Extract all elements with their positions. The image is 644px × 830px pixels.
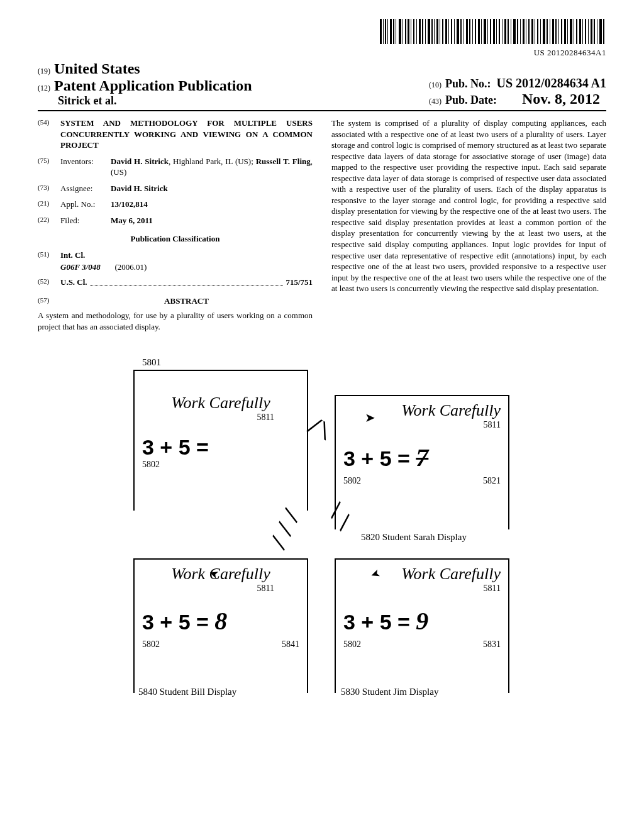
filed-label: Filed: — [60, 215, 111, 226]
uscl-code: (52) — [38, 277, 60, 288]
script-text-bl: Work Carefully — [142, 565, 299, 584]
arrow-to-bill: ╱ ╱ ╱ — [269, 508, 300, 550]
arrowhead-sarah: ➤ — [365, 410, 375, 425]
svg-rect-23 — [445, 19, 447, 44]
ref-5802-tl: 5802 — [142, 460, 299, 470]
svg-rect-56 — [543, 19, 545, 44]
svg-rect-50 — [526, 19, 526, 44]
svg-rect-52 — [531, 19, 533, 44]
country-code: (19) — [38, 67, 50, 75]
inventors-label: Inventors: — [60, 156, 111, 178]
svg-rect-42 — [502, 19, 502, 44]
svg-rect-13 — [416, 19, 417, 44]
svg-rect-70 — [585, 19, 586, 44]
applno-code: (21) — [38, 199, 60, 210]
inventors-value: David H. Sitrick, Highland Park, IL (US)… — [111, 156, 313, 178]
pub-date-code: (43) — [429, 97, 441, 106]
svg-rect-47 — [517, 19, 518, 44]
abstract-heading: ABSTRACT — [60, 296, 313, 307]
svg-rect-20 — [436, 19, 438, 44]
svg-rect-41 — [499, 19, 500, 44]
dots-leader — [90, 277, 284, 286]
svg-rect-22 — [442, 19, 443, 44]
assignee-code: (73) — [38, 183, 60, 194]
intcl-code: (51) — [38, 250, 60, 261]
intcl-date: (2006.01) — [114, 262, 147, 272]
ref-5830: 5830 Student Jim Display — [341, 687, 438, 697]
equation-tr: 3 + 5 = 7 — [343, 443, 501, 472]
svg-rect-0 — [380, 19, 382, 44]
svg-rect-62 — [561, 19, 562, 44]
svg-rect-65 — [570, 19, 572, 44]
inventors-code: (75) — [38, 156, 60, 178]
abstract-code: (57) — [38, 296, 60, 307]
country: United States — [54, 60, 140, 77]
svg-rect-63 — [564, 19, 566, 44]
svg-rect-44 — [508, 19, 509, 44]
intcl-label: Int. Cl. — [60, 250, 85, 261]
svg-rect-67 — [576, 19, 577, 44]
svg-rect-24 — [448, 19, 449, 44]
svg-rect-51 — [528, 19, 530, 44]
svg-rect-61 — [558, 19, 559, 44]
svg-rect-53 — [535, 19, 535, 44]
svg-rect-60 — [555, 19, 557, 44]
svg-rect-18 — [431, 19, 433, 44]
applno-value: 13/102,814 — [111, 199, 313, 210]
svg-rect-27 — [457, 19, 459, 44]
sarah-display-box: Work Carefully 5811 3 + 5 = 7 58025821 — [335, 395, 509, 529]
barcode-text: US 20120284634A1 — [38, 48, 606, 58]
answer-9: 9 — [416, 607, 428, 635]
svg-rect-59 — [552, 19, 554, 44]
svg-rect-38 — [490, 19, 491, 44]
ref-5811-br: 5811 — [343, 584, 501, 594]
svg-rect-46 — [513, 19, 516, 44]
ref-5811-tl: 5811 — [142, 412, 299, 423]
svg-rect-69 — [582, 19, 583, 44]
equation-tl: 3 + 5 = — [142, 435, 299, 460]
ref-5811-bl: 5811 — [142, 584, 299, 594]
svg-rect-3 — [387, 19, 388, 44]
svg-rect-76 — [603, 19, 604, 44]
svg-rect-8 — [402, 19, 403, 44]
svg-rect-25 — [451, 19, 452, 44]
svg-rect-5 — [393, 19, 394, 44]
right-column: The system is comprised of a plurality o… — [331, 118, 606, 332]
svg-rect-21 — [440, 19, 440, 44]
script-text-br: Work Carefully — [343, 565, 501, 584]
svg-rect-1 — [383, 19, 384, 44]
barcode-graphic — [380, 19, 606, 44]
ref-5802-tr: 5802 — [343, 476, 361, 486]
svg-rect-4 — [390, 19, 392, 44]
svg-rect-71 — [588, 19, 589, 44]
svg-rect-31 — [469, 19, 470, 44]
equation-bl: 3 + 5 = 8 — [142, 606, 299, 636]
ref-5801: 5801 — [142, 357, 161, 368]
doc-type-code: (12) — [38, 84, 50, 92]
ref-5802-br: 5802 — [343, 639, 361, 650]
svg-rect-64 — [567, 19, 568, 44]
svg-rect-43 — [504, 19, 506, 44]
pub-no-label: Pub. No.: — [445, 77, 491, 90]
abstract-paragraph-1: A system and methodology, for use by a p… — [38, 310, 313, 332]
pub-date: Nov. 8, 2012 — [522, 91, 600, 107]
svg-rect-55 — [540, 19, 541, 44]
svg-rect-34 — [478, 19, 480, 44]
ref-5840: 5840 Student Bill Display — [138, 687, 236, 697]
pub-date-label: Pub. Date: — [445, 94, 497, 106]
assignee-label: Assignee: — [60, 183, 111, 194]
svg-rect-49 — [523, 19, 525, 44]
pub-classification-heading: Publication Classification — [38, 233, 313, 245]
ref-5802-bl: 5802 — [142, 639, 160, 650]
uscl-value: 715/751 — [286, 277, 313, 288]
left-column: (54) SYSTEM AND METHODOLOGY FOR MULTIPLE… — [38, 118, 313, 332]
assignee-value: David H. Sitrick — [111, 183, 313, 194]
svg-rect-48 — [520, 19, 521, 44]
svg-rect-16 — [425, 19, 426, 44]
svg-rect-54 — [537, 19, 538, 44]
bill-display-box: Work Carefully 5811 3 + 5 = 8 58025841 — [133, 558, 308, 693]
svg-rect-19 — [434, 19, 435, 44]
ref-5841: 5841 — [282, 639, 299, 650]
filed-value: May 6, 2011 — [111, 215, 313, 226]
svg-rect-45 — [511, 19, 511, 44]
